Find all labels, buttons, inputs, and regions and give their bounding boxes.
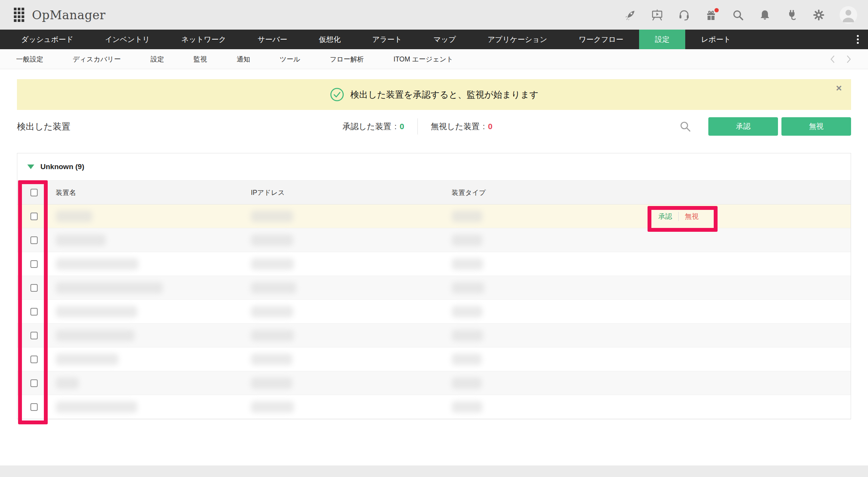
redacted-device-name [56, 377, 79, 389]
subnav-item[interactable]: ツール [280, 55, 300, 64]
nav-tab[interactable]: ワークフロー [563, 30, 639, 49]
redacted-device-type [452, 282, 484, 294]
row-checkbox[interactable] [30, 308, 38, 316]
approve-button[interactable]: 承認 [708, 117, 778, 136]
chevron-left-icon[interactable] [830, 55, 836, 63]
ignored-devices-stat: 無視した装置: 0 [431, 121, 493, 132]
ignore-button[interactable]: 無視 [781, 117, 851, 136]
redacted-device-name [56, 354, 119, 365]
redacted-device-type [452, 354, 482, 365]
redacted-device-type [452, 306, 482, 317]
content-area: 検出した装置を承認すると、監視が始まります × 検出した装置 承認した装置: 0… [0, 79, 868, 419]
redacted-ip-address [251, 282, 296, 294]
more-menu-kebab-icon[interactable] [855, 33, 860, 45]
column-header-ip-address: IPアドレス [251, 188, 452, 197]
device-stats: 承認した装置: 0 無視した装置: 0 [342, 118, 492, 135]
row-approve-link[interactable]: 承認 [658, 212, 672, 221]
approved-count: 0 [400, 122, 404, 131]
column-header-device-name: 装置名 [50, 188, 251, 197]
redacted-device-type [452, 377, 482, 389]
nav-tab[interactable]: サーバー [242, 30, 303, 49]
redacted-device-type [452, 211, 482, 222]
device-row [17, 276, 851, 300]
search-icon[interactable] [679, 121, 691, 132]
redacted-device-name [56, 401, 137, 413]
device-row [17, 371, 851, 395]
rocket-icon[interactable] [624, 9, 636, 21]
group-label: Unknown (9) [40, 163, 84, 171]
row-checkbox[interactable] [30, 356, 38, 363]
row-checkbox[interactable] [30, 236, 38, 244]
row-checkbox[interactable] [30, 213, 38, 220]
main-nav: ダッシュボードインベントリネットワークサーバー仮想化アラートマップアプリケーショ… [0, 30, 868, 49]
redacted-ip-address [251, 401, 294, 413]
banner-close-icon[interactable]: × [836, 83, 842, 93]
subnav-item[interactable]: フロー解析 [330, 55, 364, 64]
header-icon-group [624, 6, 857, 24]
redacted-ip-address [251, 306, 293, 317]
nav-tab[interactable]: ダッシュボード [5, 30, 89, 49]
sub-nav: 一般設定ディスカバリー設定監視通知ツールフロー解析ITOM エージェント [0, 49, 868, 69]
plugin-icon[interactable] [786, 9, 798, 21]
sub-nav-items: 一般設定ディスカバリー設定監視通知ツールフロー解析ITOM エージェント [16, 55, 453, 64]
group-header-unknown[interactable]: Unknown (9) [17, 153, 851, 181]
redacted-ip-address [251, 354, 292, 365]
device-row [17, 252, 851, 276]
nav-tab[interactable]: マップ [418, 30, 472, 49]
page-title: 検出した装置 [17, 121, 70, 133]
redacted-ip-address [251, 258, 294, 270]
nav-tab[interactable]: ネットワーク [165, 30, 242, 49]
gift-icon[interactable] [705, 9, 717, 21]
app-title: OpManager [32, 8, 105, 22]
nav-tab[interactable]: 設定 [639, 30, 685, 49]
gift-badge-dot [714, 8, 719, 12]
device-row [17, 395, 851, 419]
device-row: 承認無視 [17, 204, 851, 228]
subnav-item[interactable]: ディスカバリー [73, 55, 121, 64]
nav-tab[interactable]: レポート [685, 30, 746, 49]
global-search-icon[interactable] [732, 9, 744, 21]
stat-divider [417, 118, 418, 135]
collapse-triangle-icon [27, 165, 34, 169]
row-checkbox[interactable] [30, 284, 38, 292]
redacted-device-type [452, 258, 483, 270]
check-circle-icon [330, 87, 344, 102]
approved-devices-stat: 承認した装置: 0 [342, 121, 404, 132]
notification-bell-icon[interactable] [759, 9, 771, 21]
sub-nav-pager [830, 55, 852, 63]
main-nav-items: ダッシュボードインベントリネットワークサーバー仮想化アラートマップアプリケーショ… [5, 30, 746, 49]
subnav-item[interactable]: ITOM エージェント [394, 55, 453, 64]
nav-tab[interactable]: アプリケーション [472, 30, 563, 49]
row-checkbox[interactable] [30, 332, 38, 339]
nav-tab[interactable]: インベントリ [89, 30, 166, 49]
row-checkbox[interactable] [30, 403, 38, 411]
training-video-icon[interactable] [651, 9, 663, 21]
settings-gear-icon[interactable] [813, 9, 825, 21]
nav-tab[interactable]: アラート [356, 30, 417, 49]
toolbar: 検出した装置 承認した装置: 0 無視した装置: 0 承認 無視 [17, 115, 851, 138]
device-row [17, 300, 851, 324]
redacted-device-name [56, 211, 92, 222]
redacted-device-name [56, 306, 137, 317]
nav-tab[interactable]: 仮想化 [303, 30, 356, 49]
info-banner: 検出した装置を承認すると、監視が始まります × [17, 79, 851, 110]
user-avatar[interactable] [840, 6, 857, 24]
top-header: OpManager [0, 0, 868, 30]
row-checkbox[interactable] [30, 260, 38, 268]
select-all-checkbox[interactable] [30, 189, 38, 196]
subnav-item[interactable]: 通知 [237, 55, 250, 64]
subnav-item[interactable]: 設定 [150, 55, 164, 64]
action-separator [678, 212, 679, 221]
row-ignore-link[interactable]: 無視 [685, 212, 699, 221]
app-launcher-grid-icon[interactable] [14, 8, 24, 22]
support-headset-icon[interactable] [678, 9, 690, 21]
subnav-item[interactable]: 監視 [194, 55, 207, 64]
ignored-count: 0 [488, 122, 492, 131]
row-checkbox[interactable] [30, 379, 38, 387]
subnav-item[interactable]: 一般設定 [16, 55, 43, 64]
table-body: 承認無視 [17, 204, 851, 419]
chevron-right-icon[interactable] [846, 55, 852, 63]
footer-strip [0, 465, 868, 477]
redacted-device-type [452, 401, 482, 413]
redacted-device-name [56, 258, 139, 270]
